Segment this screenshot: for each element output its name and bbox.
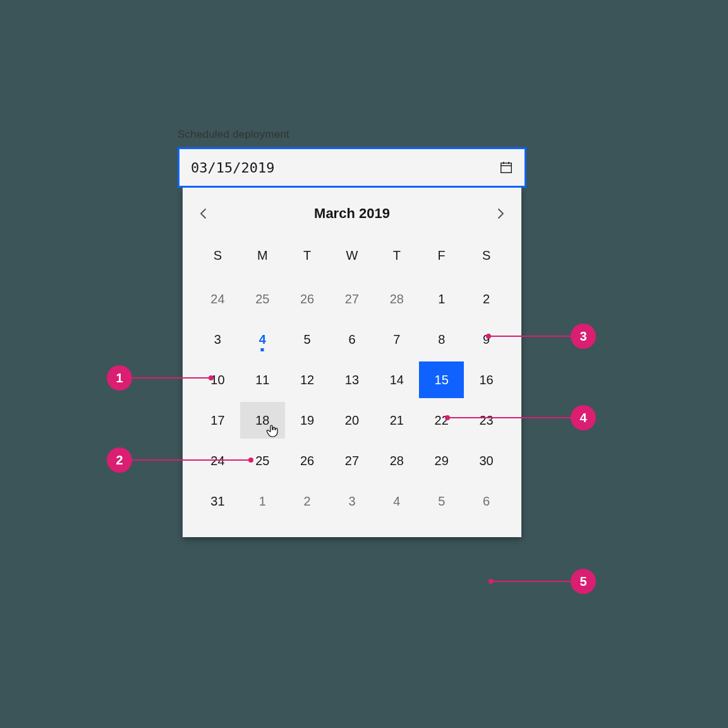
calendar-panel: March 2019 SMTWTFS2425262728123456789101… — [183, 188, 521, 537]
annotation-badge-5: 5 — [571, 569, 596, 594]
day-cell[interactable]: 15 — [419, 361, 464, 398]
day-cell[interactable]: 10 — [195, 361, 240, 398]
field-label: Scheduled deployment — [178, 128, 526, 141]
day-cell[interactable]: 17 — [195, 402, 240, 439]
day-cell[interactable]: 24 — [195, 442, 240, 479]
date-input[interactable]: 03/15/2019 — [178, 147, 526, 188]
pointer-cursor-icon — [265, 423, 280, 439]
day-cell[interactable]: 25 — [240, 281, 285, 317]
day-cell[interactable]: 6 — [330, 321, 375, 358]
day-cell[interactable]: 14 — [374, 361, 419, 398]
day-cell[interactable]: 1 — [419, 281, 464, 317]
day-cell[interactable]: 4 — [240, 321, 285, 358]
chevron-left-icon[interactable] — [198, 207, 210, 220]
day-cell[interactable]: 18 — [240, 402, 285, 439]
day-cell[interactable]: 5 — [419, 483, 464, 519]
annotation-badge-3: 3 — [571, 324, 596, 349]
day-cell[interactable]: 7 — [374, 321, 419, 358]
annotation-badge-2: 2 — [107, 447, 132, 473]
day-cell[interactable]: 3 — [330, 483, 375, 519]
weekday-header: S — [195, 240, 240, 277]
day-cell[interactable]: 29 — [419, 442, 464, 479]
calendar-header: March 2019 — [195, 194, 509, 228]
day-cell[interactable]: 2 — [285, 483, 330, 519]
calendar-icon — [499, 161, 513, 174]
day-cell[interactable]: 4 — [374, 483, 419, 519]
day-cell[interactable]: 11 — [240, 361, 285, 398]
day-cell[interactable]: 6 — [464, 483, 509, 519]
annotation-badge-1: 1 — [107, 365, 132, 391]
day-cell[interactable]: 19 — [285, 402, 330, 439]
weekday-header: T — [285, 240, 330, 277]
day-cell[interactable]: 8 — [419, 321, 464, 358]
day-cell[interactable]: 28 — [374, 442, 419, 479]
day-cell[interactable]: 9 — [464, 321, 509, 358]
day-cell[interactable]: 3 — [195, 321, 240, 358]
day-cell[interactable]: 22 — [419, 402, 464, 439]
day-cell[interactable]: 26 — [285, 281, 330, 317]
svg-rect-0 — [501, 163, 512, 173]
weekday-header: F — [419, 240, 464, 277]
day-cell[interactable]: 27 — [330, 281, 375, 317]
weekday-header: W — [330, 240, 375, 277]
day-cell[interactable]: 16 — [464, 361, 509, 398]
weekday-header: M — [240, 240, 285, 277]
chevron-right-icon[interactable] — [494, 207, 506, 220]
day-cell[interactable]: 27 — [330, 442, 375, 479]
month-year-label[interactable]: March 2019 — [314, 205, 390, 222]
day-cell[interactable]: 25 — [240, 442, 285, 479]
day-cell[interactable]: 31 — [195, 483, 240, 519]
day-cell[interactable]: 26 — [285, 442, 330, 479]
calendar-grid: SMTWTFS242526272812345678910111213141516… — [195, 240, 509, 519]
day-cell[interactable]: 1 — [240, 483, 285, 519]
day-cell[interactable]: 13 — [330, 361, 375, 398]
day-cell[interactable]: 21 — [374, 402, 419, 439]
day-cell[interactable]: 2 — [464, 281, 509, 317]
annotation-badge-4: 4 — [571, 405, 596, 430]
weekday-header: T — [374, 240, 419, 277]
day-cell[interactable]: 5 — [285, 321, 330, 358]
day-cell[interactable]: 28 — [374, 281, 419, 317]
weekday-header: S — [464, 240, 509, 277]
day-cell[interactable]: 24 — [195, 281, 240, 317]
date-picker: Scheduled deployment 03/15/2019 March 20… — [178, 128, 526, 537]
day-cell[interactable]: 23 — [464, 402, 509, 439]
date-value: 03/15/2019 — [191, 160, 499, 176]
day-cell[interactable]: 30 — [464, 442, 509, 479]
day-cell[interactable]: 12 — [285, 361, 330, 398]
day-cell[interactable]: 20 — [330, 402, 375, 439]
